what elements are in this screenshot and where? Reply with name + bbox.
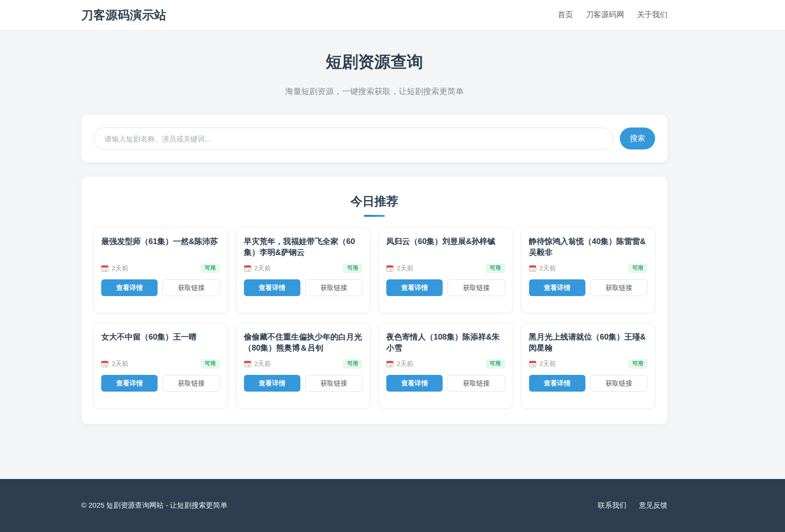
recommendations-title: 今日推荐	[93, 193, 656, 209]
status-badge: 可用	[201, 359, 220, 369]
footer-link-contact[interactable]: 联系我们	[598, 501, 626, 510]
drama-grid: 最强发型师（61集）一然&陈沛苏 2天前 可用 查看详情 获取链接	[93, 227, 656, 409]
recommendations-panel: 今日推荐 最强发型师（61集）一然&陈沛苏 2天前 可用	[81, 177, 668, 424]
site-footer: © 2025 短剧资源查询网站 - 让短剧搜索更简单 联系我们 意见反馈	[0, 479, 785, 532]
drama-card: 偷偷藏不住重生偏执少年的白月光（80集）熊奥博＆吕钊 2天前 可用 查看详情 获…	[236, 323, 371, 409]
search-button[interactable]: 搜索	[620, 128, 655, 149]
drama-meta: 2天前 可用	[529, 359, 648, 369]
view-details-button[interactable]: 查看详情	[386, 375, 443, 392]
view-details-button[interactable]: 查看详情	[529, 279, 585, 296]
drama-meta: 2天前 可用	[101, 264, 220, 273]
status-badge: 可用	[343, 359, 362, 369]
drama-meta: 2天前 可用	[529, 264, 648, 273]
drama-meta: 2天前 可用	[386, 359, 505, 369]
drama-date: 2天前	[112, 360, 128, 368]
drama-card: 凤归云（60集）刘昱展&孙梓铖 2天前 可用 查看详情 获取链接	[378, 227, 513, 313]
site-header: 刀客源码演示站 首页 刀客源码网 关于我们	[0, 0, 785, 31]
drama-date: 2天前	[112, 264, 128, 273]
page: 刀客源码演示站 首页 刀客源码网 关于我们 短剧资源查询 海量短剧资源，一键搜索…	[0, 0, 785, 532]
calendar-icon	[101, 265, 108, 272]
view-details-button[interactable]: 查看详情	[529, 375, 585, 392]
nav-item-home[interactable]: 首页	[558, 10, 573, 20]
search-panel: 搜索	[81, 115, 668, 162]
get-link-button[interactable]: 获取链接	[447, 279, 505, 296]
get-link-button[interactable]: 获取链接	[590, 279, 647, 296]
get-link-button[interactable]: 获取链接	[590, 375, 647, 392]
drama-date: 2天前	[255, 360, 271, 368]
drama-title: 最强发型师（61集）一然&陈沛苏	[101, 236, 220, 258]
calendar-icon	[529, 360, 536, 367]
drama-date: 2天前	[397, 360, 414, 368]
view-details-button[interactable]: 查看详情	[101, 375, 158, 392]
nav-item-about[interactable]: 关于我们	[637, 10, 668, 20]
drama-date: 2天前	[540, 360, 556, 368]
status-badge: 可用	[343, 264, 362, 273]
drama-meta: 2天前 可用	[386, 264, 505, 273]
drama-card: 最强发型师（61集）一然&陈沛苏 2天前 可用 查看详情 获取链接	[93, 227, 228, 313]
copyright-text: © 2025 短剧资源查询网站 - 让短剧搜索更简单	[81, 501, 227, 510]
status-badge: 可用	[201, 264, 220, 273]
drama-title: 静待惊鸿入翁慌（40集）陈雷雷&吴毅非	[529, 236, 648, 258]
drama-date: 2天前	[255, 264, 271, 273]
calendar-icon	[244, 360, 251, 367]
get-link-button[interactable]: 获取链接	[162, 279, 220, 296]
page-subtitle: 海量短剧资源，一键搜索获取，让短剧搜索更简单	[81, 86, 668, 97]
get-link-button[interactable]: 获取链接	[162, 375, 220, 392]
view-details-button[interactable]: 查看详情	[244, 375, 300, 392]
footer-links: 联系我们 意见反馈	[598, 501, 668, 510]
status-badge: 可用	[628, 264, 647, 273]
drama-date: 2天前	[397, 264, 414, 273]
drama-title: 偷偷藏不住重生偏执少年的白月光（80集）熊奥博＆吕钊	[244, 331, 363, 354]
calendar-icon	[386, 265, 393, 272]
drama-card: 夜色寄情人（108集）陈添祥&朱小雪 2天前 可用 查看详情 获取链接	[378, 323, 513, 409]
drama-card: 静待惊鸿入翁慌（40集）陈雷雷&吴毅非 2天前 可用 查看详情 获取链接	[521, 227, 656, 313]
footer-link-feedback[interactable]: 意见反馈	[639, 501, 668, 510]
status-badge: 可用	[628, 359, 647, 369]
page-title: 短剧资源查询	[81, 51, 668, 73]
drama-meta: 2天前 可用	[244, 264, 363, 273]
drama-card: 女大不中留（60集）王一晴 2天前 可用 查看详情 获取链接	[93, 323, 228, 409]
drama-card: 黑月光上线请就位（60集）王瑾&闵星翰 2天前 可用 查看详情 获取链接	[521, 323, 656, 409]
calendar-icon	[386, 360, 393, 367]
get-link-button[interactable]: 获取链接	[305, 279, 362, 296]
status-badge: 可用	[486, 264, 505, 273]
drama-title: 凤归云（60集）刘昱展&孙梓铖	[386, 236, 505, 258]
site-logo: 刀客源码演示站	[81, 7, 167, 23]
search-input[interactable]	[94, 128, 613, 149]
calendar-icon	[244, 265, 251, 272]
view-details-button[interactable]: 查看详情	[101, 279, 158, 296]
main-nav: 首页 刀客源码网 关于我们	[558, 10, 668, 20]
drama-title: 早灾荒年，我福娃带飞全家（60集）李明&萨钢云	[244, 236, 363, 258]
view-details-button[interactable]: 查看详情	[386, 279, 443, 296]
get-link-button[interactable]: 获取链接	[447, 375, 505, 392]
drama-title: 女大不中留（60集）王一晴	[101, 331, 220, 354]
calendar-icon	[101, 360, 108, 367]
status-badge: 可用	[486, 359, 505, 369]
drama-meta: 2天前 可用	[101, 359, 220, 369]
drama-title: 黑月光上线请就位（60集）王瑾&闵星翰	[529, 331, 648, 354]
main-content: 短剧资源查询 海量短剧资源，一键搜索获取，让短剧搜索更简单 搜索 今日推荐 最强…	[0, 31, 785, 424]
heading-underline	[364, 215, 385, 217]
drama-card: 早灾荒年，我福娃带飞全家（60集）李明&萨钢云 2天前 可用 查看详情 获取链接	[236, 227, 371, 313]
drama-meta: 2天前 可用	[244, 359, 363, 369]
nav-item-daoke-source[interactable]: 刀客源码网	[586, 10, 624, 20]
get-link-button[interactable]: 获取链接	[305, 375, 362, 392]
drama-date: 2天前	[540, 264, 556, 273]
calendar-icon	[529, 265, 536, 272]
drama-title: 夜色寄情人（108集）陈添祥&朱小雪	[386, 331, 505, 354]
view-details-button[interactable]: 查看详情	[244, 279, 300, 296]
